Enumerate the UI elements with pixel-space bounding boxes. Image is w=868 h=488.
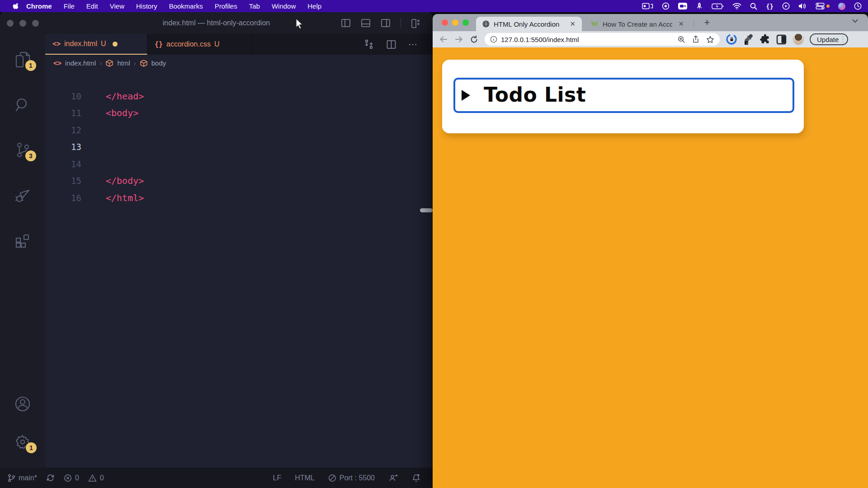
- url-text[interactable]: 127.0.0.1:5500/index.html: [501, 36, 579, 43]
- zoom-window-button[interactable]: [32, 20, 39, 27]
- breadcrumb-file[interactable]: index.html: [65, 59, 96, 67]
- run-debug-icon[interactable]: [14, 187, 31, 204]
- menu-edit[interactable]: Edit: [80, 2, 104, 10]
- toggle-secondary-sidebar-icon[interactable]: [381, 18, 391, 28]
- language-mode-status[interactable]: HTML: [295, 474, 315, 482]
- tab-index-html[interactable]: <> index.html U: [45, 34, 147, 55]
- tab-how-to-create-accordion[interactable]: W How To Create an Accordion ✕: [587, 17, 689, 31]
- unsaved-dot-icon[interactable]: [113, 42, 118, 47]
- accordion-title: Todo List: [484, 83, 586, 106]
- code-line[interactable]: 16 </html>: [45, 189, 433, 206]
- scrollbar-handle[interactable]: [420, 208, 433, 212]
- code-editor[interactable]: 10 </head> 11 <body> 12 13: [45, 71, 433, 468]
- minimize-window-button[interactable]: [452, 19, 458, 26]
- extension-darkmode-icon[interactable]: [776, 34, 787, 45]
- sync-changes-icon[interactable]: [46, 474, 55, 482]
- live-server-port-status[interactable]: Port : 5500: [328, 474, 375, 482]
- menu-view[interactable]: View: [104, 2, 130, 10]
- menu-bookmarks[interactable]: Bookmarks: [163, 2, 209, 10]
- explorer-icon[interactable]: 1: [14, 51, 31, 68]
- address-bar[interactable]: 127.0.0.1:5500/index.html: [485, 33, 720, 46]
- settings-gear-icon[interactable]: 1: [14, 433, 31, 450]
- git-branch-status[interactable]: main*: [7, 474, 37, 483]
- tab-search-chevron-icon[interactable]: [852, 19, 858, 23]
- rocket-icon[interactable]: [696, 2, 703, 10]
- more-actions-icon[interactable]: ⋯: [408, 39, 417, 50]
- screen-record-icon[interactable]: [642, 3, 653, 9]
- braces-icon[interactable]: {}: [766, 3, 774, 10]
- notifications-bell-icon[interactable]: [412, 474, 420, 483]
- clock-icon[interactable]: [854, 2, 862, 10]
- minimize-window-button[interactable]: [19, 20, 26, 27]
- menu-window[interactable]: Window: [266, 2, 302, 10]
- update-chrome-button[interactable]: Update: [810, 33, 848, 45]
- toggle-sidebar-icon[interactable]: [341, 18, 351, 28]
- code-line[interactable]: 15 </body>: [45, 173, 433, 190]
- code-line-active[interactable]: 13: [45, 139, 433, 156]
- split-editor-icon[interactable]: [386, 39, 396, 50]
- mouse-cursor: [295, 18, 305, 30]
- html-file-icon: <>: [53, 59, 61, 67]
- forward-button[interactable]: [454, 35, 463, 43]
- bookmark-star-icon[interactable]: [706, 36, 714, 43]
- battery-charging-icon[interactable]: [712, 3, 724, 9]
- wifi-icon[interactable]: [732, 3, 741, 9]
- open-changes-icon[interactable]: [363, 39, 374, 50]
- code-line[interactable]: 10 </head>: [45, 88, 433, 105]
- search-sidebar-icon[interactable]: [14, 96, 31, 113]
- back-button[interactable]: [439, 35, 448, 43]
- siri-icon[interactable]: [838, 3, 845, 10]
- close-tab-icon[interactable]: ✕: [676, 20, 686, 28]
- extensions-icon[interactable]: [14, 232, 31, 249]
- customize-layout-icon[interactable]: [411, 18, 421, 28]
- code-line[interactable]: 11 <body>: [45, 105, 433, 122]
- extensions-puzzle-icon[interactable]: [760, 34, 770, 45]
- menu-file[interactable]: File: [58, 2, 80, 10]
- profile-avatar[interactable]: [793, 33, 804, 45]
- share-icon[interactable]: [692, 35, 699, 43]
- record-icon[interactable]: [662, 2, 670, 10]
- accounts-icon[interactable]: [14, 395, 31, 413]
- details-marker-icon[interactable]: [462, 90, 470, 101]
- breadcrumb-html[interactable]: html: [117, 59, 130, 67]
- menu-help[interactable]: Help: [302, 2, 327, 10]
- chrome-toolbar: 127.0.0.1:5500/index.html: [433, 31, 868, 47]
- vscode-titlebar[interactable]: index.html — html-only-accordion: [0, 12, 433, 34]
- toggle-panel-icon[interactable]: [361, 18, 371, 28]
- menu-profiles[interactable]: Profiles: [209, 2, 243, 10]
- camera-icon[interactable]: [678, 3, 687, 9]
- code-text: </body>: [106, 175, 144, 186]
- switches-icon[interactable]: [816, 3, 830, 9]
- new-tab-button[interactable]: +: [700, 16, 714, 29]
- search-icon[interactable]: [750, 3, 757, 10]
- zoom-icon[interactable]: [678, 36, 685, 43]
- extension-privacy-icon[interactable]: [726, 34, 737, 45]
- tab-label: accordion.css: [166, 40, 211, 48]
- breadcrumb-body[interactable]: body: [151, 59, 166, 67]
- menu-history[interactable]: History: [130, 2, 163, 10]
- menu-tab[interactable]: Tab: [243, 2, 266, 10]
- code-line[interactable]: 12: [45, 122, 433, 139]
- browser-menu-kebab-icon[interactable]: [842, 36, 844, 43]
- accordion-summary[interactable]: Todo List: [453, 78, 794, 113]
- menu-chrome[interactable]: Chrome: [18, 2, 58, 10]
- errors-status[interactable]: 0: [64, 474, 79, 482]
- site-info-icon[interactable]: [490, 36, 497, 43]
- zoom-window-button[interactable]: [462, 19, 469, 26]
- extension-colorpicker-icon[interactable]: [743, 33, 754, 45]
- warnings-status[interactable]: 0: [88, 474, 104, 482]
- close-window-button[interactable]: [7, 20, 14, 27]
- code-line[interactable]: 14: [45, 155, 433, 173]
- volume-icon[interactable]: [798, 3, 807, 9]
- apple-menu-icon[interactable]: [12, 2, 18, 10]
- tab-accordion-css[interactable]: {} accordion.css U: [147, 34, 252, 55]
- reload-button[interactable]: [470, 35, 478, 44]
- tab-html-only-accordion[interactable]: HTML Only Accordion ✕: [476, 17, 582, 31]
- tabstrip-divider: [693, 19, 694, 27]
- close-window-button[interactable]: [442, 19, 448, 26]
- source-control-icon[interactable]: 3: [14, 141, 31, 159]
- close-tab-icon[interactable]: ✕: [568, 20, 577, 28]
- play-circle-icon[interactable]: [782, 2, 790, 10]
- live-share-icon[interactable]: [388, 474, 398, 482]
- eol-status[interactable]: LF: [273, 474, 281, 482]
